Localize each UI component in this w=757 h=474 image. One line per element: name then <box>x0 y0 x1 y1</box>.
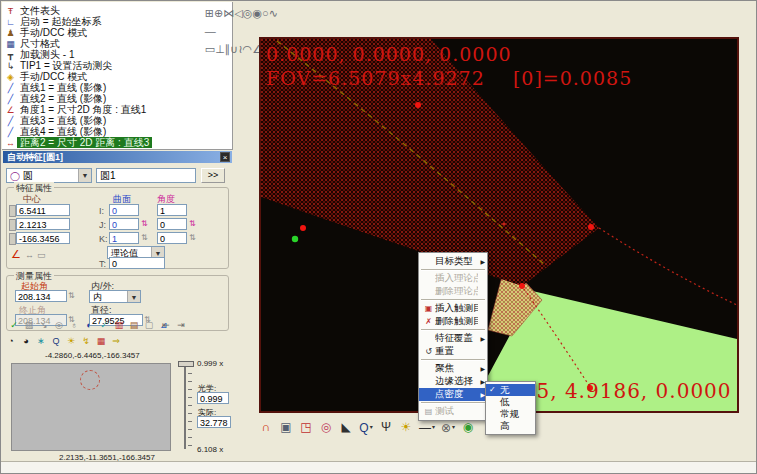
dimension-format-icon[interactable]: ▦ 尺寸格式 <box>2 38 232 49</box>
test-icon[interactable]: ▤ 测试 <box>419 405 487 418</box>
spinner-icon[interactable]: ⇅ <box>189 218 196 230</box>
snap-icon[interactable]: ✓ <box>98 319 110 331</box>
slot-feature-icon[interactable]: ▭ <box>205 43 215 55</box>
strobe-icon[interactable]: ↯ <box>80 335 92 347</box>
angle-k-field[interactable]: 0 <box>157 232 187 244</box>
chevron-down-icon[interactable]: ▼ <box>127 291 140 302</box>
surface-k-field[interactable]: 1 <box>109 232 139 244</box>
context-menu-item[interactable]: 目标类型 <box>419 255 487 268</box>
angle-i-field[interactable]: 1 <box>157 204 187 216</box>
spinner-icon[interactable]: ⇅ <box>189 232 196 244</box>
shutter-quarter-icon[interactable]: ◔ <box>5 335 17 347</box>
manual-dcc-mode-icon[interactable]: ◈ 手动/DCC 模式 <box>2 71 232 82</box>
vector-icon[interactable]: ↘ <box>38 319 50 331</box>
measurement-viewport[interactable]: 0.0000, 0.0000, 0.0000 FOV=6.5079x4.9272… <box>259 37 739 413</box>
magnet-icon[interactable]: ∩ <box>259 419 273 435</box>
spinner-handle[interactable] <box>9 233 16 245</box>
zoom-slider[interactable] <box>184 363 186 449</box>
list-icon[interactable]: ▭ <box>37 250 46 260</box>
manual-dcc-mode-icon[interactable]: ♟ 手动/DCC 模式 <box>2 27 232 38</box>
start-angle-field[interactable]: 208.134 <box>15 290 67 302</box>
target-icon[interactable]: ◎ <box>53 319 65 331</box>
center-y-field[interactable]: 2.1213 <box>16 218 70 230</box>
expand-button[interactable]: >> <box>201 168 225 183</box>
distance-dimension-icon[interactable]: ↔ 距离2 = 尺寸 2D 距离 : 直线3 <box>2 137 232 148</box>
submenu-item[interactable]: 无 <box>486 384 535 396</box>
execute-icon[interactable]: ✓ <box>8 319 20 331</box>
close-icon[interactable]: × <box>220 152 230 162</box>
submenu-item[interactable]: 低 <box>486 396 535 408</box>
circle-feature-icon[interactable]: ◎ <box>243 7 253 19</box>
file-header-icon[interactable]: Ŧ 文件表头 <box>2 5 232 16</box>
line-feature-icon[interactable]: ╱ 直线1 = 直线 (影像) <box>2 82 232 93</box>
zoom-slider-handle[interactable] <box>178 361 194 367</box>
start-point-handle[interactable] <box>292 236 298 242</box>
camera-live-view[interactable] <box>11 363 171 451</box>
protractor-icon[interactable]: ◣ <box>339 419 353 435</box>
probe-circle-icon[interactable]: ◎ <box>319 419 333 435</box>
delete-probe-target-icon[interactable]: ✗ 删除触测目标 <box>419 315 487 328</box>
grid-icon[interactable]: ▦ <box>95 335 107 347</box>
line-feature-icon[interactable]: — <box>205 25 216 37</box>
hatch-toggle-icon[interactable]: ▨ <box>23 319 35 331</box>
angle-point-icon[interactable]: ⋈ <box>223 7 234 19</box>
line-feature-icon[interactable]: ╱ 直线4 = 直线 (影像) <box>2 126 232 137</box>
corner-point-icon[interactable]: ◁ <box>234 7 242 19</box>
feature-name-field[interactable]: 圆1 <box>96 168 196 183</box>
contrast-icon[interactable]: ◐ <box>83 319 95 331</box>
context-menu-item[interactable]: 删除理论点 <box>419 285 487 298</box>
capture-box-icon[interactable]: ◳ <box>299 419 313 435</box>
grid-red-icon[interactable]: ▥ <box>113 319 125 331</box>
angle-dimension-icon[interactable]: ∠ 角度1 = 尺寸2D 角度 : 直线1 <box>2 104 232 115</box>
surface-i-field[interactable]: 0 <box>109 204 139 216</box>
edge-point-icon[interactable]: ⊕ <box>214 7 223 19</box>
probe-tip-icon[interactable]: ↳ TIP1 = 设置活动测尖 <box>2 60 232 71</box>
context-menu-item[interactable]: 聚焦 <box>419 362 487 375</box>
edge-point-handle[interactable] <box>519 283 525 289</box>
magnifier-icon[interactable]: Q <box>50 335 62 347</box>
grid-tan-icon[interactable]: ▤ <box>128 319 140 331</box>
submenu-item[interactable]: 高 <box>486 420 535 432</box>
zoom-tool-icon[interactable]: Q <box>359 419 373 435</box>
globe-icon[interactable]: ♁ <box>68 319 80 331</box>
actual-field[interactable]: 32.778 <box>197 416 231 428</box>
inner-outer-select[interactable]: 内 ▼ <box>89 290 141 303</box>
angle-j-field[interactable]: 0 <box>157 218 187 230</box>
arrow-right-box-icon[interactable]: ⇥ <box>175 319 187 331</box>
context-menu-item[interactable]: 插入理论点 <box>419 272 487 285</box>
box-icon[interactable]: ▢ <box>143 319 155 331</box>
surface-point-icon[interactable]: ⊞ <box>205 7 214 19</box>
chevron-down-icon[interactable]: ▼ <box>78 169 91 182</box>
context-menu-item[interactable]: 特征覆盖 <box>419 332 487 345</box>
reset-icon[interactable]: ↺ 重置 <box>419 345 487 358</box>
line-feature-icon[interactable]: ╱ 直线2 = 直线 (影像) <box>2 93 232 104</box>
edge-point-handle[interactable] <box>300 225 306 231</box>
iris-icon[interactable]: ∗ <box>35 335 47 347</box>
arc-feature-icon[interactable]: ◠ <box>243 43 253 55</box>
spinner-handle[interactable] <box>9 205 16 217</box>
illumination-icon[interactable]: ☀ <box>399 419 413 435</box>
context-menu-item[interactable]: 边缘选择 <box>419 375 487 388</box>
ellipse-feature-icon[interactable]: ○ <box>262 7 269 19</box>
perpendicular-icon[interactable]: ⊥ <box>215 43 225 55</box>
sphere-feature-icon[interactable]: ◉ <box>252 7 262 19</box>
surface-j-field[interactable]: 0 <box>109 218 139 230</box>
center-z-field[interactable]: -166.3456 <box>16 232 70 244</box>
feature-type-select[interactable]: ◯ 圆 ▼ <box>6 168 92 183</box>
angle-tool-icon[interactable]: ∠ <box>11 248 21 261</box>
load-probe-icon[interactable]: ┳ 加载测头 - 1 <box>2 49 232 60</box>
context-menu-item[interactable]: 点密度 <box>419 388 487 401</box>
optical-field[interactable]: 0.999 <box>197 392 229 404</box>
line-feature-icon[interactable]: ╱ 直线3 = 直线 (影像) <box>2 115 232 126</box>
eject-icon[interactable]: ⇒ <box>110 335 122 347</box>
shutter-half-icon[interactable]: ◕ <box>20 335 32 347</box>
curve-feature-icon[interactable]: ∿ <box>269 7 278 19</box>
focus-tool-icon[interactable]: Ψ <box>379 419 393 435</box>
lamp-icon[interactable]: ☀ <box>65 335 77 347</box>
edge-point-handle[interactable] <box>415 102 421 108</box>
spinner-handle[interactable] <box>9 219 16 231</box>
edge-point-handle[interactable] <box>588 224 594 230</box>
submenu-item[interactable]: 常规 <box>486 408 535 420</box>
spinner-icon[interactable]: ⇅ <box>141 232 148 244</box>
camera-icon[interactable]: ▣ <box>279 419 293 435</box>
